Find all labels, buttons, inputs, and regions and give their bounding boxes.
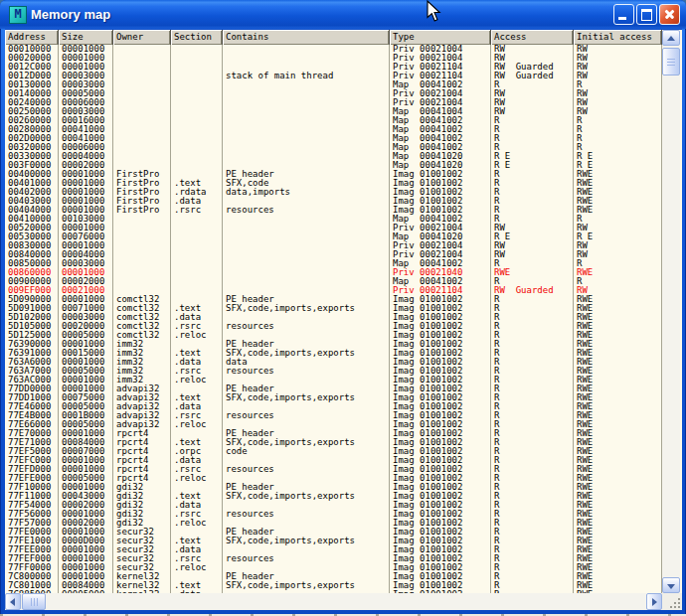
titlebar[interactable]: M Memory map	[0, 0, 686, 29]
cell-access: R	[491, 510, 574, 519]
cell-contains	[223, 224, 390, 232]
column-header-access[interactable]: Access	[491, 30, 574, 45]
cell-section	[171, 116, 223, 125]
cell-access: R	[491, 134, 574, 143]
scroll-up-button[interactable]	[662, 30, 680, 46]
cell-access: R	[491, 188, 574, 197]
cell-owner	[113, 277, 171, 286]
cell-access: R	[491, 402, 574, 411]
cell-access: R	[491, 519, 574, 528]
cell-contains: code	[223, 447, 390, 456]
cell-access: R	[491, 554, 574, 563]
cell-owner	[113, 116, 171, 125]
cell-contains: resources	[223, 411, 390, 420]
minimize-button[interactable]	[613, 4, 634, 25]
cell-initial-access: RW	[574, 107, 662, 116]
cell-access: R	[491, 411, 574, 420]
scroll-down-button[interactable]	[662, 577, 680, 593]
cell-owner	[113, 72, 171, 80]
scroll-left-button[interactable]	[5, 593, 21, 610]
maximize-button[interactable]	[636, 4, 657, 25]
cell-contains: SFX,code,imports,exports	[223, 581, 390, 590]
cell-access: R	[491, 295, 574, 304]
cell-contains	[223, 107, 390, 116]
cell-contains: resources	[223, 367, 390, 376]
scroll-right-button[interactable]	[646, 593, 662, 610]
cell-owner	[113, 259, 171, 268]
cell-initial-access: RW	[574, 250, 662, 259]
cell-contains: SFX,code,imports,exports	[223, 492, 390, 501]
cell-owner: FirstPro	[113, 206, 171, 215]
cell-section: .reloc	[171, 420, 223, 429]
cell-access: R	[491, 528, 574, 537]
cell-section	[171, 125, 223, 134]
column-header-owner[interactable]: Owner	[113, 30, 171, 45]
cell-access: RW Guarded	[491, 286, 574, 295]
cell-access: R	[491, 197, 574, 206]
cell-access: R	[491, 116, 574, 125]
cell-initial-access: RWE	[574, 206, 662, 215]
cell-access: R	[491, 206, 574, 215]
cell-access: R	[491, 322, 574, 331]
cell-owner	[113, 268, 171, 277]
horizontal-scroll-thumb[interactable]	[22, 593, 46, 610]
column-header-initial-access[interactable]: Initial access	[574, 30, 662, 45]
cell-owner	[113, 98, 171, 107]
cell-owner	[113, 250, 171, 259]
cell-access: RWE	[491, 268, 574, 277]
cell-access: R	[491, 483, 574, 492]
vertical-scroll-thumb[interactable]	[662, 48, 680, 76]
cell-contains	[223, 89, 390, 98]
cell-access: R	[491, 563, 574, 572]
resize-grip[interactable]	[662, 593, 682, 610]
cell-contains	[223, 54, 390, 63]
cell-contains: SFX,code,imports,exports	[223, 438, 390, 447]
cell-section	[171, 63, 223, 72]
mouse-cursor-icon	[427, 0, 443, 26]
vertical-scrollbar[interactable]	[662, 30, 680, 593]
cell-section: .reloc	[171, 376, 223, 385]
cell-contains: resources	[223, 465, 390, 474]
cell-access: R	[491, 492, 574, 501]
cell-access: R	[491, 349, 574, 358]
cell-owner	[113, 224, 171, 232]
cell-owner	[113, 215, 171, 224]
cell-access: R	[491, 313, 574, 322]
cell-owner	[113, 63, 171, 72]
cell-contains: resources	[223, 554, 390, 563]
cell-initial-access: RWE	[574, 268, 662, 277]
table-header-row: Address Size Owner Section Contains Type…	[5, 30, 662, 45]
memory-map-window: M Memory map Address Size Owner Section …	[0, 0, 686, 616]
memory-map-icon[interactable]: M	[9, 6, 27, 24]
column-header-address[interactable]: Address	[5, 30, 59, 45]
cell-access: R	[491, 340, 574, 349]
cell-owner	[113, 89, 171, 98]
cell-access: R	[491, 170, 574, 179]
cell-owner	[113, 125, 171, 134]
cell-contains: resources	[223, 206, 390, 215]
cell-contains	[223, 268, 390, 277]
cell-section: .reloc	[171, 331, 223, 340]
cell-section	[171, 224, 223, 232]
horizontal-scrollbar[interactable]	[5, 593, 662, 610]
column-header-size[interactable]: Size	[59, 30, 113, 45]
screenshot-stage: M Memory map Address Size Owner Section …	[0, 0, 686, 616]
column-header-section[interactable]: Section	[171, 30, 223, 45]
cell-initial-access: R	[574, 116, 662, 125]
cell-access: RW	[491, 107, 574, 116]
cell-section	[171, 80, 223, 89]
cell-section	[171, 98, 223, 107]
cell-contains	[223, 45, 390, 54]
cell-access: R	[491, 179, 574, 188]
cell-section	[171, 241, 223, 250]
cell-section	[171, 152, 223, 161]
cell-access: R	[491, 125, 574, 134]
cell-section	[171, 45, 223, 54]
column-header-contains[interactable]: Contains	[223, 30, 390, 45]
cell-contains	[223, 143, 390, 152]
table-body: 0001000000001000Priv 00021004RWRW0002000…	[5, 45, 662, 593]
cell-section	[171, 259, 223, 268]
memory-map-client-area: Address Size Owner Section Contains Type…	[5, 29, 682, 610]
column-header-type[interactable]: Type	[390, 30, 491, 45]
close-button[interactable]	[659, 4, 680, 25]
